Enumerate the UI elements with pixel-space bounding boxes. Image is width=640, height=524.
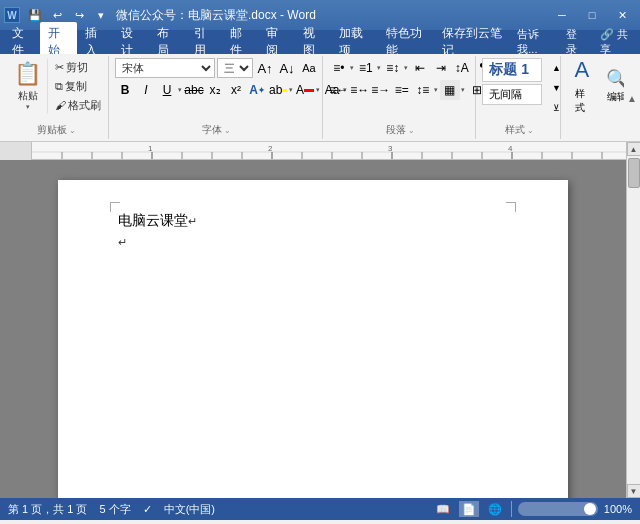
zoom-slider[interactable] — [518, 502, 598, 516]
paste-btn[interactable]: 📋 粘贴 ▾ — [8, 58, 48, 114]
bullets-btn[interactable]: ≡• — [329, 58, 349, 78]
multilevel-dropdown[interactable]: ▾ — [403, 64, 409, 72]
cut-label: 剪切 — [66, 60, 88, 75]
align-right-btn[interactable]: ≡→ — [371, 80, 391, 100]
decrease-font-btn[interactable]: A↓ — [277, 58, 297, 78]
font-name-select[interactable]: 宋体 — [115, 58, 215, 78]
line-spacing-btn-group: ↕≡ ▾ — [413, 80, 439, 100]
subscript-btn[interactable]: x₂ — [205, 80, 225, 100]
styles-btn-label: 样式 — [575, 87, 590, 115]
document-page[interactable]: 电脑云课堂↵ ↵ — [58, 180, 568, 498]
svg-text:1: 1 — [148, 144, 153, 153]
spell-check-icon[interactable]: ✓ — [143, 503, 152, 516]
align-left-btn[interactable]: ≡← — [329, 80, 349, 100]
indent-dec-btn[interactable]: ⇤ — [410, 58, 430, 78]
text-effect-btn[interactable]: A✦ — [247, 80, 267, 100]
page-count[interactable]: 第 1 页，共 1 页 — [8, 502, 87, 517]
scroll-up-btn[interactable]: ▲ — [627, 142, 641, 156]
bullets-btn-group: ≡• ▾ — [329, 58, 355, 78]
clipboard-group-content: 📋 粘贴 ▾ ✂ 剪切 ⧉ 复制 🖌 格式刷 — [8, 58, 104, 121]
paragraph-expand[interactable]: ⌄ — [408, 126, 415, 135]
bullets-dropdown[interactable]: ▾ — [349, 64, 355, 72]
format-painter-icon: 🖌 — [55, 99, 66, 111]
multilevel-btn[interactable]: ≡↕ — [383, 58, 403, 78]
font-group: 宋体 三号 A↑ A↓ Aa B I U ▾ abc — [111, 56, 323, 139]
ruler-corner — [0, 142, 32, 160]
strikethrough-btn[interactable]: abc — [184, 80, 204, 100]
shading-btn-group: ▦ ▾ — [440, 80, 466, 100]
bold-btn[interactable]: B — [115, 80, 135, 100]
scroll-track[interactable] — [627, 190, 640, 484]
copy-btn[interactable]: ⧉ 复制 — [52, 77, 104, 95]
superscript-btn[interactable]: x² — [226, 80, 246, 100]
font-color-btn[interactable]: A — [295, 80, 315, 100]
styles-expand-btn[interactable]: ⌄ — [527, 126, 534, 135]
highlight-btn[interactable]: ab — [268, 80, 288, 100]
align-center-btn[interactable]: ≡↔ — [350, 80, 370, 100]
styles-large-btn[interactable]: A 样式 — [567, 58, 598, 114]
zoom-level[interactable]: 100% — [604, 503, 632, 515]
italic-btn[interactable]: I — [136, 80, 156, 100]
format-painter-btn[interactable]: 🖌 格式刷 — [52, 96, 104, 114]
justify-btn[interactable]: ≡= — [392, 80, 412, 100]
underline-dropdown[interactable]: ▾ — [177, 86, 183, 94]
font-row1: 宋体 三号 A↑ A↓ Aa — [115, 58, 348, 78]
highlight-btn-group: ab ▾ — [268, 80, 294, 100]
sort-btn[interactable]: ↕A — [452, 58, 472, 78]
reading-view-btn[interactable]: 📖 — [433, 501, 453, 517]
window-controls: ─ □ ✕ — [548, 5, 636, 25]
language[interactable]: 中文(中国) — [164, 502, 215, 517]
style-heading1[interactable]: 标题 1 — [482, 58, 542, 82]
underline-btn[interactable]: U — [157, 80, 177, 100]
font-color-dropdown[interactable]: ▾ — [315, 86, 321, 94]
styles-gallery: 标题 1 无间隔 — [482, 58, 542, 105]
ruler-svg: 1 2 3 4 — [32, 142, 626, 159]
page-content[interactable]: 电脑云课堂↵ ↵ — [118, 210, 508, 252]
cut-btn[interactable]: ✂ 剪切 — [52, 58, 104, 76]
numbering-dropdown[interactable]: ▾ — [376, 64, 382, 72]
highlight-dropdown[interactable]: ▾ — [288, 86, 294, 94]
line-spacing-dropdown[interactable]: ▾ — [433, 86, 439, 94]
clipboard-small-btns: ✂ 剪切 ⧉ 复制 🖌 格式刷 — [52, 58, 104, 114]
line-spacing-btn[interactable]: ↕≡ — [413, 80, 433, 100]
web-view-btn[interactable]: 🌐 — [485, 501, 505, 517]
vertical-scrollbar[interactable]: ▲ ▼ — [626, 142, 640, 498]
svg-text:4: 4 — [508, 144, 513, 153]
font-group-content: 宋体 三号 A↑ A↓ Aa B I U ▾ abc — [115, 58, 318, 121]
clear-format-btn[interactable]: Aa — [299, 58, 319, 78]
ruler-area: 1 2 3 4 — [0, 142, 626, 160]
indent-inc-btn[interactable]: ⇥ — [431, 58, 451, 78]
paragraph-mark-1: ↵ — [188, 215, 197, 227]
zoom-thumb[interactable] — [584, 503, 596, 515]
document-area[interactable]: 1 2 3 4 — [0, 142, 626, 498]
format-painter-label: 格式刷 — [68, 98, 101, 113]
font-size-select[interactable]: 三号 — [217, 58, 253, 78]
paragraph-mark-2: ↵ — [118, 236, 127, 248]
numbering-btn[interactable]: ≡1 — [356, 58, 376, 78]
styles-label: 样式 ⌄ — [482, 123, 555, 137]
increase-font-btn[interactable]: A↑ — [255, 58, 275, 78]
word-count[interactable]: 5 个字 — [99, 502, 130, 517]
print-view-btn[interactable]: 📄 — [459, 501, 479, 517]
maximize-btn[interactable]: □ — [578, 5, 606, 25]
ribbon-collapse-btn[interactable]: ▲ — [624, 54, 640, 142]
shading-btn[interactable]: ▦ — [440, 80, 460, 100]
close-btn[interactable]: ✕ — [608, 5, 636, 25]
editing-group-content: A 样式 🔍 编辑 — [567, 58, 631, 135]
clipboard-expand[interactable]: ⌄ — [69, 126, 76, 135]
status-left: 第 1 页，共 1 页 5 个字 ✓ 中文(中国) — [8, 502, 215, 517]
copy-label: 复制 — [65, 79, 87, 94]
paste-dropdown[interactable]: ▾ — [25, 103, 31, 111]
style-normal[interactable]: 无间隔 — [482, 84, 542, 105]
view-divider — [511, 501, 512, 517]
paragraph-label: 段落 ⌄ — [329, 123, 472, 137]
ribbon-toolbar: 📋 粘贴 ▾ ✂ 剪切 ⧉ 复制 🖌 格式刷 剪贴板 — [0, 54, 640, 142]
numbering-btn-group: ≡1 ▾ — [356, 58, 382, 78]
shading-dropdown[interactable]: ▾ — [460, 86, 466, 94]
scroll-thumb[interactable] — [628, 158, 640, 188]
font-expand[interactable]: ⌄ — [224, 126, 231, 135]
font-label: 字体 ⌄ — [115, 123, 318, 137]
clipboard-group: 📋 粘贴 ▾ ✂ 剪切 ⧉ 复制 🖌 格式刷 剪贴板 — [4, 56, 109, 139]
minimize-btn[interactable]: ─ — [548, 5, 576, 25]
scroll-down-btn[interactable]: ▼ — [627, 484, 641, 498]
